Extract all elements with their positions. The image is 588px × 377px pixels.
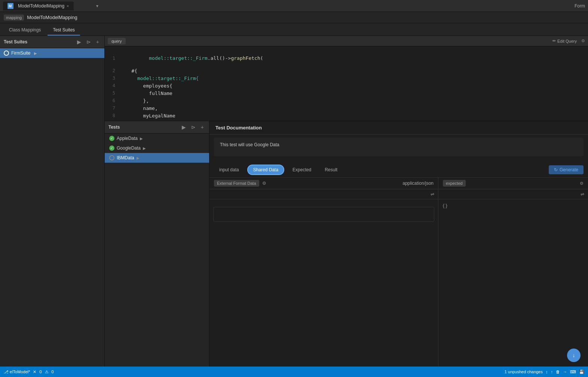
title-bar: M ModelToModelMapping × ▾ Form — [0, 0, 588, 12]
tab-input-data[interactable]: input data — [214, 165, 244, 174]
app-logo: M — [7, 3, 13, 9]
expected-tag: expected — [443, 180, 466, 187]
copy-icon[interactable]: ⇌ — [430, 191, 435, 197]
generate-button[interactable]: ↻ Generate — [549, 165, 584, 174]
data-tools: ⇌ — [209, 189, 438, 199]
suite-expand-icon[interactable]: ▶ — [34, 51, 37, 55]
edit-query-button[interactable]: ✏ Edit Query — [552, 39, 577, 43]
run-all-suites-icon[interactable]: ▶ — [76, 38, 83, 46]
expected-tools: ⇌ — [438, 189, 588, 199]
dropdown-icon[interactable]: ▾ — [96, 3, 98, 9]
upload-icon[interactable]: ↑ — [551, 370, 553, 374]
code-line-8: 8 myLegalName — [105, 112, 588, 119]
form-button[interactable]: Form — [575, 3, 585, 9]
code-line-6: 6 }, — [105, 97, 588, 104]
code-editor: 1 model::target::_Firm.all()->graphFetch… — [105, 46, 588, 121]
section-tabs: Class Mappings Test Suites — [0, 23, 588, 36]
tab-shared-data[interactable]: Shared Data — [247, 165, 284, 175]
code-line-3: 3 model::target::_Firm{ — [105, 74, 588, 82]
test-expand-icon[interactable]: ▶ — [143, 146, 146, 150]
test-expand-icon[interactable]: ▶ — [140, 137, 143, 141]
tab-title: ModelToModelMapping — [18, 3, 64, 9]
code-line-5: 5 fullName — [105, 89, 588, 97]
tab-expected[interactable]: Expected — [287, 165, 316, 174]
input-data-content[interactable] — [209, 199, 438, 367]
tests-panel: Tests ▶ ⊳ + ✓ AppleData ▶ ✓ GoogleData ▶ — [105, 121, 209, 367]
breadcrumb-title: ModelToModelMapping — [27, 15, 77, 20]
save-icon[interactable]: 💾 — [579, 370, 584, 374]
code-line-1: 1 model::target::_Firm.all()->graphFetch… — [105, 49, 588, 67]
data-area: External Format Data ⚙ application/json … — [209, 178, 588, 367]
expected-copy-icon[interactable]: ⇌ — [580, 191, 585, 197]
run-tests-icon[interactable]: ▶ — [180, 123, 187, 131]
close-tab-icon[interactable]: × — [67, 4, 69, 8]
doc-title: Test Documentation — [209, 121, 588, 135]
code-line-4: 4 employees{ — [105, 82, 588, 89]
mapping-tag: mapping — [4, 15, 24, 21]
test-name: IBMData — [117, 155, 134, 160]
doc-content[interactable]: This test will use Google Data — [214, 138, 584, 156]
test-suites-header: Test Suites ▶ ⊳ + — [0, 36, 104, 48]
add-test-icon[interactable]: + — [199, 123, 205, 131]
test-name: GoogleData — [117, 145, 141, 151]
suite-name: FirmSuite — [11, 50, 30, 56]
error-icon: ✕ — [33, 370, 36, 374]
test-suites-title: Test Suites — [4, 39, 73, 45]
svg-text:M: M — [9, 4, 12, 8]
expected-content[interactable]: {} — [438, 199, 588, 367]
title-bar-tab[interactable]: M ModelToModelMapping × — [3, 1, 74, 10]
project-name: ⎇ elToModel* — [4, 370, 30, 374]
input-data-panel: External Format Data ⚙ application/json … — [209, 178, 438, 367]
suite-item-firmsuite[interactable]: FirmSuite ▶ — [0, 48, 104, 58]
format-tag: External Format Data — [214, 180, 259, 187]
query-tab-bar: query ✏ Edit Query ⚙ — [105, 36, 588, 46]
edit-icon: ✏ — [552, 39, 556, 43]
test-status-green-icon: ✓ — [109, 136, 114, 141]
tests-panel-header: Tests ▶ ⊳ + — [105, 121, 209, 134]
main-layout: Test Suites ▶ ⊳ + FirmSuite ▶ query ✏ Ed… — [0, 36, 588, 367]
scroll-to-bottom-button[interactable]: ↓ — [567, 349, 581, 362]
format-value: application/json — [402, 181, 434, 186]
status-bar: ⎇ elToModel* ✕ 0 ⚠ 0 1 unpushed changes … — [0, 367, 588, 377]
expected-panel: expected ⚙ ⇌ {} — [438, 178, 588, 367]
expected-settings-icon[interactable]: ⚙ — [580, 181, 584, 186]
bottom-split: Tests ▶ ⊳ + ✓ AppleData ▶ ✓ GoogleData ▶ — [105, 121, 588, 367]
refresh-icon: ↻ — [554, 167, 558, 172]
push-icon[interactable]: → — [563, 370, 567, 374]
edit-query-label: Edit Query — [557, 39, 577, 43]
wrench-icon[interactable]: ⚙ — [262, 181, 266, 186]
input-data-header: External Format Data ⚙ application/json — [209, 178, 438, 189]
delete-icon[interactable]: 🗑 — [556, 370, 560, 374]
test-expand-icon[interactable]: ▶ — [137, 156, 140, 160]
tests-title: Tests — [108, 125, 178, 130]
query-tab[interactable]: query — [108, 38, 126, 45]
code-line-7: 7 name, — [105, 104, 588, 112]
test-name: AppleData — [117, 136, 138, 141]
tab-class-mappings[interactable]: Class Mappings — [4, 25, 46, 36]
right-content: query ✏ Edit Query ⚙ 1 model::target::_F… — [105, 36, 588, 367]
add-suite-icon[interactable]: + — [95, 38, 101, 46]
status-right: 1 unpushed changes ↕ ↑ 🗑 → ⌨ 💾 — [505, 370, 584, 374]
tab-result[interactable]: Result — [319, 165, 343, 174]
git-icon: ⎇ — [4, 370, 9, 374]
test-suites-panel: Test Suites ▶ ⊳ + FirmSuite ▶ — [0, 36, 105, 367]
run-selected-tests-icon[interactable]: ⊳ — [190, 123, 197, 131]
warning-icon: ⚠ — [45, 370, 49, 374]
data-tabs-bar: input data Shared Data Expected Result ↻… — [209, 162, 588, 178]
status-left: ⎇ elToModel* ✕ 0 ⚠ 0 — [4, 370, 54, 374]
test-status-empty-icon — [109, 155, 114, 160]
test-item-ibmdata[interactable]: IBMData ▶ — [105, 153, 209, 163]
doc-panel: Test Documentation This test will use Go… — [209, 121, 588, 367]
breadcrumb-bar: mapping ModelToModelMapping — [0, 12, 588, 23]
suite-status-icon — [4, 50, 9, 56]
sync-icon[interactable]: ↕ — [546, 370, 548, 374]
unpushed-changes: 1 unpushed changes — [505, 370, 543, 374]
code-line-2: 2 #{ — [105, 67, 588, 74]
test-item-appledata[interactable]: ✓ AppleData ▶ — [105, 134, 209, 143]
tab-test-suites[interactable]: Test Suites — [48, 25, 80, 36]
run-selected-suites-icon[interactable]: ⊳ — [85, 38, 92, 46]
terminal-icon[interactable]: ⌨ — [570, 370, 576, 374]
test-status-green-icon: ✓ — [109, 145, 114, 151]
settings-icon[interactable]: ⚙ — [581, 39, 585, 43]
test-item-googledata[interactable]: ✓ GoogleData ▶ — [105, 143, 209, 153]
